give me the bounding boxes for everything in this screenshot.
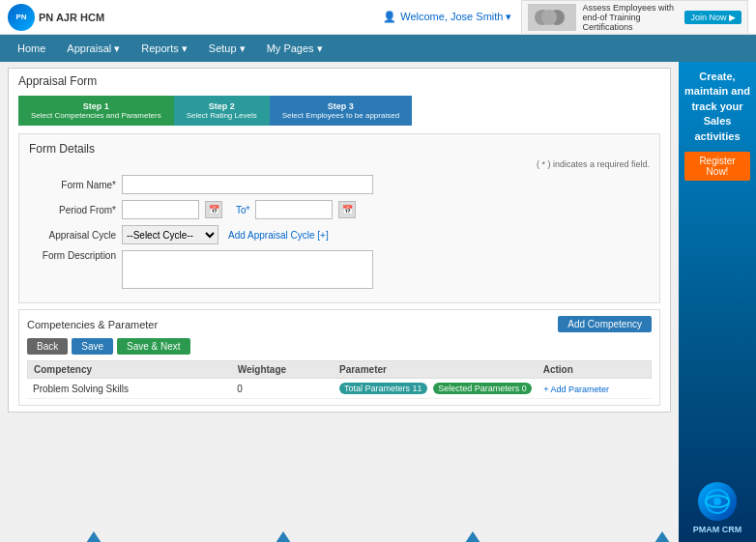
main-content: Appraisal Form Step 1 Select Competencie… xyxy=(0,62,756,542)
to-label: To* xyxy=(236,205,249,215)
join-now-button[interactable]: Join Now ▶ xyxy=(684,11,741,24)
right-sidebar-ad: Create, maintain and track your Sales ac… xyxy=(679,62,756,542)
back-button[interactable]: Back xyxy=(27,338,68,355)
comp-header: Competencies & Parameter Add Competency xyxy=(27,316,652,332)
user-icon: 👤 xyxy=(383,11,396,23)
nav-setup[interactable]: Setup ▾ xyxy=(199,39,255,59)
appraisal-cycle-label: Appraisal Cycle xyxy=(29,230,116,241)
user-greeting[interactable]: Welcome, Jose Smith ▾ xyxy=(400,11,511,23)
period-from-label: Period From* xyxy=(29,205,116,215)
table-header: Competency Weightage Parameter Action xyxy=(27,360,652,379)
register-button[interactable]: Register Now! xyxy=(684,152,750,181)
steps-row: Step 1 Select Competencies and Parameter… xyxy=(18,96,660,126)
col-header-weightage: Weightage xyxy=(238,364,339,375)
nav-reports[interactable]: Reports ▾ xyxy=(131,39,197,59)
competencies-section: Competencies & Parameter Add Competency … xyxy=(18,309,660,406)
col-header-action: Action xyxy=(543,364,645,375)
add-competency-button[interactable]: Add Competency xyxy=(558,316,652,332)
arrow-up-4 xyxy=(654,531,670,542)
period-row: Period From* 📅 To* 📅 xyxy=(29,200,650,219)
period-to-input[interactable] xyxy=(255,200,333,219)
form-description-input[interactable] xyxy=(122,250,373,289)
appraisal-form-title: Appraisal Form xyxy=(18,74,660,88)
step-1[interactable]: Step 1 Select Competencies and Parameter… xyxy=(18,96,174,126)
appraisal-cycle-row: Appraisal Cycle --Select Cycle-- Add App… xyxy=(29,225,650,244)
action-buttons: Back Save Save & Next xyxy=(27,338,652,355)
add-parameter-link[interactable]: + Add Parameter xyxy=(543,385,609,394)
selected-params-badge: Selected Parameters 0 xyxy=(433,383,532,394)
required-note: ( * ) indicates a required field. xyxy=(29,159,650,169)
col-header-parameter: Parameter xyxy=(339,364,543,375)
add-cycle-link[interactable]: Add Appraisal Cycle [+] xyxy=(228,230,329,241)
period-from-input[interactable] xyxy=(122,200,199,219)
sidebar-ad-text: Create, maintain and track your Sales ac… xyxy=(683,70,752,144)
form-description-row: Form Description xyxy=(29,250,650,289)
content-area: Appraisal Form Step 1 Select Competencie… xyxy=(0,62,679,542)
logo-area: PN PN AJR HCM xyxy=(8,4,104,31)
col-header-competency: Competency xyxy=(34,364,238,375)
row-action[interactable]: + Add Parameter xyxy=(543,384,646,394)
crm-icon xyxy=(698,482,737,521)
nav-appraisal[interactable]: Appraisal ▾ xyxy=(57,39,130,59)
ad-text: Assess Employees with end-of Training Ce… xyxy=(582,3,679,32)
comp-title: Competencies & Parameter xyxy=(27,319,158,330)
row-parameter: Total Parameters 11 Selected Parameters … xyxy=(339,383,543,394)
table-row: Problem Solving Skills 0 Total Parameter… xyxy=(27,379,652,399)
crm-logo: PMAM CRM xyxy=(693,482,742,534)
svg-point-6 xyxy=(713,498,721,505)
logo-text: PN AJR HCM xyxy=(39,12,104,23)
form-name-input[interactable] xyxy=(122,175,373,194)
form-details-section: Form Details ( * ) indicates a required … xyxy=(18,133,660,303)
save-button[interactable]: Save xyxy=(72,338,113,355)
form-name-label: Form Name* xyxy=(29,180,116,190)
total-params-badge: Total Parameters 11 xyxy=(339,383,427,394)
arrow-up-3 xyxy=(465,531,480,542)
nav-home[interactable]: Home xyxy=(8,39,55,58)
step-2[interactable]: Step 2 Select Rating Levels xyxy=(174,96,270,126)
period-to-calendar-button[interactable]: 📅 xyxy=(338,201,356,218)
svg-point-3 xyxy=(541,10,557,25)
logo-icon: PN xyxy=(8,4,35,31)
nav-my-pages[interactable]: My Pages ▾ xyxy=(257,39,333,59)
ad-image xyxy=(528,4,576,31)
user-area[interactable]: 👤 Welcome, Jose Smith ▾ xyxy=(383,11,511,23)
row-competency: Problem Solving Skills xyxy=(33,384,237,394)
arrow-up-2 xyxy=(276,531,291,542)
form-name-row: Form Name* xyxy=(29,175,650,194)
top-header: PN PN AJR HCM 👤 Welcome, Jose Smith ▾ As… xyxy=(0,0,756,35)
cycle-select[interactable]: --Select Cycle-- xyxy=(122,225,218,244)
row-weightage: 0 xyxy=(237,384,339,394)
arrow-up-1 xyxy=(86,531,102,542)
nav-bar: Home Appraisal ▾ Reports ▾ Setup ▾ My Pa… xyxy=(0,35,756,62)
save-next-button[interactable]: Save & Next xyxy=(117,338,190,355)
form-details-title: Form Details xyxy=(29,142,650,156)
period-from-calendar-button[interactable]: 📅 xyxy=(205,201,222,218)
form-description-label: Form Description xyxy=(29,250,116,261)
crm-label: PMAM CRM xyxy=(693,525,742,534)
step-3[interactable]: Step 3 Select Employees to be appraised xyxy=(270,96,412,126)
ad-banner: Assess Employees with end-of Training Ce… xyxy=(521,0,748,35)
appraisal-form-box: Appraisal Form Step 1 Select Competencie… xyxy=(8,68,671,413)
